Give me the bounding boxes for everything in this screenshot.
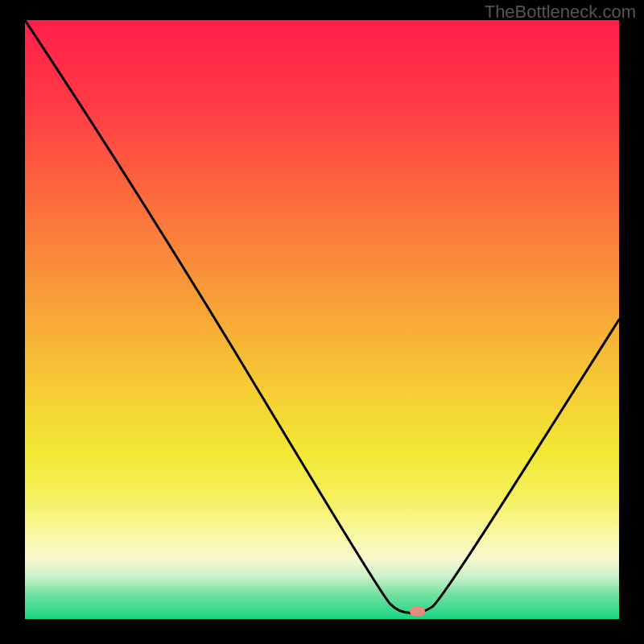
chart-container: TheBottleneck.com <box>0 0 644 644</box>
plot-area <box>25 20 619 619</box>
bottleneck-curve <box>25 20 619 619</box>
optimal-marker <box>410 607 425 616</box>
watermark-text: TheBottleneck.com <box>485 2 636 23</box>
